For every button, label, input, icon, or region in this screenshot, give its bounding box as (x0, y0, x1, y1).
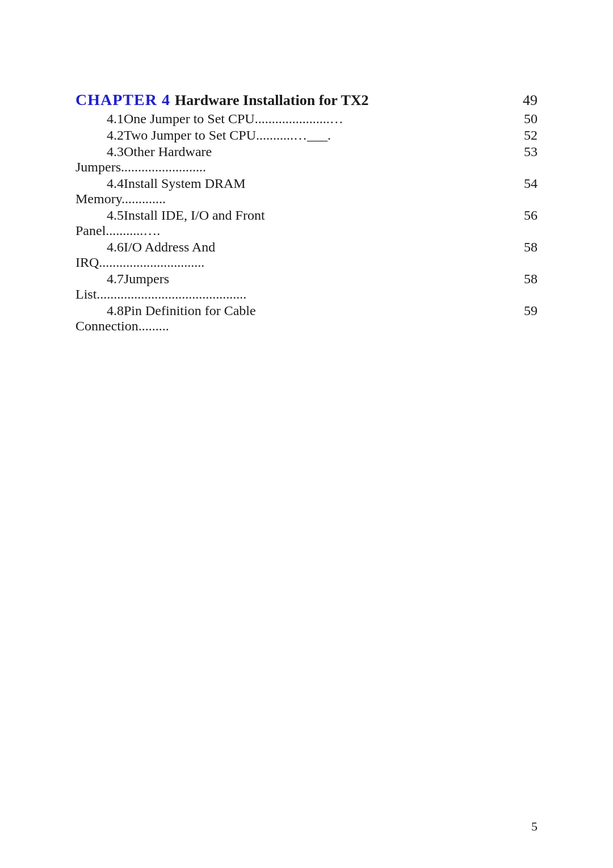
section-43-line: 4.3 Other Hardware 53 (75, 144, 538, 160)
chapter-label: CHAPTER 4 (75, 91, 170, 109)
section-45-text: Install IDE, I/O and Front (124, 208, 513, 223)
section-41-text: One Jumper to Set CPU...................… (124, 111, 513, 127)
section-46-number: 4.6 (75, 240, 124, 255)
section-47: 4.7 Jumpers 58 List.....................… (75, 271, 538, 302)
chapter-title: Hardware Installation for TX2 (175, 92, 369, 109)
section-48-number: 4.8 (75, 303, 124, 318)
chapter-entry: CHAPTER 4 Hardware Installation for TX2 … (75, 91, 538, 109)
section-42-number: 4.2 (75, 128, 124, 143)
section-44-number: 4.4 (75, 176, 124, 191)
chapter-page: 49 (511, 92, 538, 109)
section-44-continuation: Memory............. (75, 191, 538, 207)
section-45-continuation: Panel...........…. (75, 223, 538, 238)
section-43-number: 4.3 (75, 144, 124, 160)
section-47-page: 58 (513, 271, 538, 287)
section-46-continuation: IRQ............................... (75, 255, 538, 270)
section-46: 4.6 I/O Address And 58 IRQ..............… (75, 240, 538, 270)
section-43: 4.3 Other Hardware 53 Jumpers...........… (75, 144, 538, 175)
section-48-text: Pin Definition for Cable (124, 303, 513, 318)
section-48-line: 4.8 Pin Definition for Cable 59 (75, 303, 538, 318)
section-46-text: I/O Address And (124, 240, 513, 255)
section-48-continuation: Connection......... (75, 318, 538, 334)
section-45-line: 4.5 Install IDE, I/O and Front 56 (75, 208, 538, 223)
section-45-page: 56 (513, 208, 538, 223)
section-45: 4.5 Install IDE, I/O and Front 56 Panel.… (75, 208, 538, 238)
section-43-page: 53 (513, 144, 538, 160)
section-44: 4.4 Install System DRAM 54 Memory.......… (75, 176, 538, 207)
section-45-number: 4.5 (75, 208, 124, 223)
page-number: 5 (531, 819, 538, 834)
section-47-text: Jumpers (124, 271, 513, 287)
section-48: 4.8 Pin Definition for Cable 59 Connecti… (75, 303, 538, 334)
section-41-line: 4.1 One Jumper to Set CPU...............… (75, 111, 538, 127)
toc-content: CHAPTER 4 Hardware Installation for TX2 … (75, 91, 538, 334)
section-47-line: 4.7 Jumpers 58 (75, 271, 538, 287)
section-41-number: 4.1 (75, 111, 124, 127)
page-container: CHAPTER 4 Hardware Installation for TX2 … (0, 0, 613, 868)
section-43-continuation: Jumpers......................... (75, 160, 538, 175)
section-42-page: 52 (513, 128, 538, 143)
section-47-continuation: List....................................… (75, 287, 538, 302)
section-44-page: 54 (513, 176, 538, 191)
section-47-number: 4.7 (75, 271, 124, 287)
section-48-page: 59 (513, 303, 538, 318)
section-42-text: Two Jumper to Set CPU...........…___. (124, 128, 513, 143)
section-41: 4.1 One Jumper to Set CPU...............… (75, 111, 538, 127)
section-41-page: 50 (513, 111, 538, 127)
section-44-line: 4.4 Install System DRAM 54 (75, 176, 538, 191)
section-42-line: 4.2 Two Jumper to Set CPU...........…___… (75, 128, 538, 143)
section-44-text: Install System DRAM (124, 176, 513, 191)
section-46-line: 4.6 I/O Address And 58 (75, 240, 538, 255)
section-42: 4.2 Two Jumper to Set CPU...........…___… (75, 128, 538, 143)
section-46-page: 58 (513, 240, 538, 255)
section-43-text: Other Hardware (124, 144, 513, 160)
